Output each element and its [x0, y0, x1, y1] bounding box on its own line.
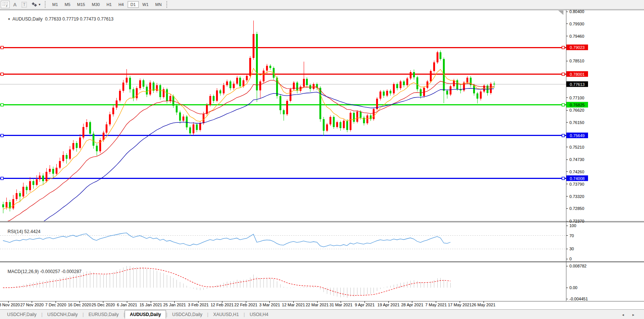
candle-body [93, 134, 94, 146]
mt4-terminal: F A T ▼ M1M5M15M30H1H4D1W1MN ▼AUDUSD,Dai… [0, 0, 644, 319]
candle-body [259, 81, 261, 90]
timeframe-button-m15[interactable]: M15 [74, 1, 88, 8]
line-anchor[interactable] [1, 103, 3, 106]
candle-body [116, 100, 118, 108]
candle-body [350, 113, 351, 130]
line-anchor[interactable] [1, 73, 3, 75]
chart-symbol-period: AUDUSD,Daily [12, 16, 43, 22]
candle-body [112, 108, 114, 114]
chart-shift-marker[interactable] [558, 10, 563, 15]
axis-tick-label: 3 Mar 2021 [259, 303, 280, 307]
candle-body [379, 92, 381, 99]
candle-body [229, 81, 231, 88]
fibonacci-tool-button[interactable]: F [1, 1, 10, 8]
timeframe-button-h1[interactable]: H1 [103, 1, 115, 8]
candle-body [393, 84, 395, 93]
candle-body [343, 121, 345, 128]
timeframe-button-w1[interactable]: W1 [140, 1, 152, 8]
tabs-holder: USDCHF,Daily|USDCNH,Daily|EURUSD,Daily|A… [2, 310, 273, 319]
line-anchor[interactable] [1, 46, 3, 49]
axis-tick-label: 0.74260 [569, 170, 584, 174]
axis-tick-label: 6 Jan 2021 [117, 303, 137, 307]
candle-body [366, 115, 368, 123]
timeframe-button-m5[interactable]: M5 [62, 1, 73, 8]
candle-body [390, 91, 391, 93]
axis-tick-label: 7 Dec 2020 [45, 303, 66, 307]
chart-toolbar: F A T ▼ M1M5M15M30H1H4D1W1MN [0, 0, 644, 9]
candle-body [12, 199, 14, 208]
line-anchor[interactable] [1, 177, 3, 180]
candle-body [437, 52, 438, 62]
candle-body [346, 121, 348, 130]
timeframe-button-h4[interactable]: H4 [115, 1, 126, 8]
candle-body [356, 112, 358, 122]
candle-body [52, 169, 54, 174]
axis-tick-label: 0.78001 [570, 72, 585, 77]
candle-body [416, 77, 418, 89]
candle-body [360, 112, 362, 117]
tab-usdchf[interactable]: USDCHF,Daily [2, 311, 41, 318]
line-anchor[interactable] [1, 134, 3, 137]
candle-body [59, 161, 61, 168]
tab-audusd[interactable]: AUDUSD,Daily [125, 310, 166, 319]
axis-tick-label: 0.80400 [569, 9, 584, 14]
candle-body [219, 90, 221, 93]
candle-body [433, 62, 435, 71]
rsi-indicator-label: RSI(14) 52.4424 [3, 224, 40, 239]
line-anchor[interactable] [562, 103, 565, 106]
tab-xauusd[interactable]: XAUUSD,H1 [208, 311, 244, 318]
candle-body [69, 149, 71, 159]
line-anchor[interactable] [562, 134, 565, 137]
candle-body [159, 85, 161, 97]
axis-tick-label: 0.72370 [569, 219, 584, 223]
macd-signal-value: -0.000287 [61, 269, 81, 274]
candle-body [96, 146, 98, 151]
tab-eurusd[interactable]: EURUSD,Daily [84, 311, 124, 318]
line-anchor[interactable] [562, 177, 565, 180]
axis-tick-label: 0.73320 [569, 194, 584, 199]
candle-body [493, 84, 495, 84]
arrow-tool-icon [31, 2, 37, 7]
candle-body [246, 76, 248, 81]
candle-body [269, 66, 271, 68]
timeframe-button-mn[interactable]: MN [152, 1, 165, 8]
line-anchor[interactable] [562, 46, 565, 49]
chart-canvas[interactable]: 0.804000.799300.794600.785100.771000.766… [0, 9, 644, 310]
tab-usdcad[interactable]: USDCAD,Daily [168, 311, 207, 318]
tab-usoil[interactable]: USOil,H4 [245, 311, 273, 318]
candle-body [400, 81, 401, 88]
axis-tick-label: 0 [569, 257, 572, 261]
candle-body [340, 122, 341, 128]
candle-body [236, 78, 238, 83]
arrow-tool-button[interactable]: ▼ [30, 1, 43, 8]
candle-body [132, 89, 134, 98]
axis-tick-label: 0.79460 [569, 34, 584, 38]
ohlc-open: 0.77633 [45, 16, 61, 22]
candle-body [223, 85, 225, 93]
main-price-pane[interactable] [0, 21, 566, 249]
ma-line-40 [3, 89, 494, 250]
candle-body [49, 169, 51, 172]
timeframe-button-d1[interactable]: D1 [128, 1, 139, 8]
candle-body [286, 101, 288, 114]
candle-body [166, 89, 168, 101]
candle-body [353, 113, 355, 122]
candle-body [283, 110, 285, 114]
timeframe-button-m1[interactable]: M1 [49, 1, 61, 8]
axis-tick-label: 19 Apr 2021 [378, 303, 400, 307]
axis-tick-label: 0.75649 [570, 133, 585, 138]
text-box-tool-button[interactable]: T [20, 1, 28, 8]
axis-tick-label: 0.77613 [570, 82, 585, 87]
text-label-tool-button[interactable]: A [11, 1, 19, 8]
ohlc-close: 0.77613 [97, 16, 113, 22]
ohlc-expand-icon[interactable]: ▼ [7, 18, 10, 21]
tab-scroll-arrows[interactable]: ◂ ▸ [622, 313, 638, 317]
candle-body [333, 117, 335, 127]
fibonacci-tool-icon: F [2, 1, 8, 7]
macd-main-value: -0.000257 [40, 269, 60, 274]
timeframe-button-m30[interactable]: M30 [89, 1, 103, 8]
macd-indicator-label: MACD(12,26,9) -0.000257 -0.000287 [3, 264, 82, 279]
rsi-pane[interactable] [0, 233, 566, 249]
line-anchor[interactable] [562, 73, 565, 75]
tab-usdcnh[interactable]: USDCNH,Daily [43, 311, 82, 318]
